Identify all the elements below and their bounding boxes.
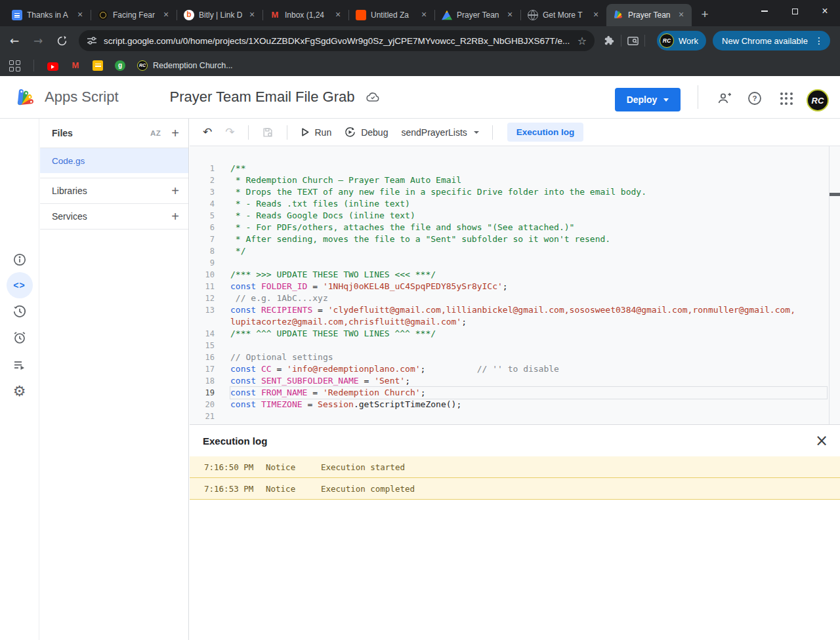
code-line[interactable]: 20const TIMEZONE = Session.getScriptTime… [190, 399, 840, 410]
execution-log-toggle-button[interactable]: Execution log [507, 123, 584, 142]
code-text[interactable] [230, 410, 827, 422]
browser-tab[interactable]: Prayer Tean× [435, 4, 520, 26]
code-text[interactable]: lupitacortez@gmail.com,chrisfluitt@gmail… [230, 316, 827, 328]
code-text[interactable] [230, 340, 827, 351]
browser-tab[interactable]: Bitly | Link D× [177, 4, 262, 26]
code-text[interactable]: /** [230, 163, 827, 174]
code-text[interactable]: // e.g. 1AbC...xyz [230, 292, 827, 304]
triggers-alarm-icon[interactable] [7, 325, 33, 351]
code-line[interactable]: 2 * Redemption Church — Prayer Team Auto… [190, 174, 840, 186]
share-add-user-icon[interactable] [717, 90, 732, 106]
code-line[interactable]: 14/*** ^^^ UPDATE THESE TWO LINES ^^^ **… [190, 328, 840, 340]
code-line[interactable]: 10/*** >>> UPDATE THESE TWO LINES <<< **… [190, 269, 840, 281]
extensions-icon[interactable] [604, 35, 616, 47]
code-line[interactable]: 6 * - For PDFs/others, attaches the file… [190, 222, 840, 233]
overview-info-icon[interactable] [7, 247, 33, 273]
new-tab-button[interactable]: + [696, 6, 714, 24]
code-text[interactable]: * Drops the TEXT of any new file in a sp… [230, 186, 827, 198]
code-text[interactable]: const CC = 'info@redemptionplano.com'; /… [230, 363, 827, 375]
sort-az-icon[interactable]: AZ [150, 129, 161, 137]
save-button[interactable] [257, 124, 279, 141]
code-line[interactable]: 1/** [190, 163, 840, 174]
tab-close-icon[interactable]: × [419, 10, 429, 20]
chrome-update-button[interactable]: New Chrome available ⋮ [713, 31, 830, 50]
add-services-button[interactable]: + [171, 210, 179, 223]
apps-grid-icon[interactable] [9, 60, 20, 71]
code-line[interactable]: 15 [190, 340, 840, 351]
code-line[interactable]: 17const CC = 'info@redemptionplano.com';… [190, 363, 840, 375]
code-text[interactable]: // Optional settings [230, 351, 827, 363]
close-window-button[interactable]: × [810, 0, 840, 22]
forward-button[interactable]: → [29, 31, 47, 50]
editor-code-icon[interactable]: <> [7, 272, 33, 298]
settings-gear-icon[interactable]: ⚙ [7, 378, 33, 404]
code-line[interactable]: 18const SENT_SUBFOLDER_NAME = 'Sent'; [190, 375, 840, 387]
code-line[interactable]: 8 */ [190, 245, 840, 257]
code-text[interactable]: * - Reads .txt files (inline text) [230, 198, 827, 210]
browser-tab-active[interactable]: Prayer Tean× [606, 4, 692, 26]
bookmark-gmail[interactable] [70, 60, 81, 71]
bookmark-youtube[interactable] [47, 62, 58, 70]
bookmark-star-icon[interactable]: ☆ [578, 35, 587, 47]
tab-close-icon[interactable]: × [591, 10, 601, 20]
code-line[interactable]: 21 [190, 410, 840, 422]
code-line[interactable]: 3 * Drops the TEXT of any new file in a … [190, 186, 840, 198]
code-text[interactable] [230, 257, 827, 269]
tab-close-icon[interactable]: × [75, 10, 85, 20]
google-apps-grid-icon[interactable] [778, 90, 794, 106]
code-line[interactable]: 11const FOLDER_ID = '1NHqj0oKEL4B_uC4Spq… [190, 281, 840, 292]
browser-tab[interactable]: Untitled Za× [349, 4, 434, 26]
project-title[interactable]: Prayer Team Email File Grab [170, 89, 355, 106]
code-text[interactable]: const TIMEZONE = Session.getScriptTimeZo… [230, 399, 827, 410]
browser-tab[interactable]: Inbox (1,24× [263, 4, 348, 26]
tab-close-icon[interactable]: × [161, 10, 171, 20]
code-line[interactable]: 19const FROM_NAME = 'Redemption Church'; [190, 387, 840, 399]
files-section-services[interactable]: Services+ [40, 203, 188, 230]
code-area[interactable]: 1/**2 * Redemption Church — Prayer Team … [190, 146, 840, 424]
tab-close-icon[interactable]: × [505, 10, 515, 20]
code-text[interactable]: /*** ^^^ UPDATE THESE TWO LINES ^^^ ***/ [230, 328, 827, 340]
maximize-button[interactable] [780, 0, 810, 22]
profile-button[interactable]: RC Work [657, 31, 706, 50]
close-log-icon[interactable]: × [815, 433, 828, 449]
code-text[interactable]: * - For PDFs/others, attaches the file a… [230, 222, 827, 233]
account-avatar[interactable]: RC [807, 89, 829, 111]
redo-button[interactable]: ↷ [220, 124, 240, 140]
code-text[interactable]: const FROM_NAME = 'Redemption Church'; [230, 387, 827, 399]
bookmark-keep[interactable] [93, 60, 103, 71]
back-button[interactable]: ← [5, 31, 24, 50]
add-file-button[interactable]: + [171, 127, 179, 140]
undo-button[interactable]: ↶ [198, 124, 217, 140]
executions-icon[interactable] [7, 352, 33, 378]
browser-tab[interactable]: Thanks in A× [5, 4, 91, 26]
code-text[interactable]: const RECIPIENTS = 'clydefluitt@gmail.co… [230, 304, 827, 316]
scroll-position-marker[interactable] [830, 193, 840, 196]
code-line[interactable]: 13const RECIPIENTS = 'clydefluitt@gmail.… [190, 304, 840, 316]
project-history-icon[interactable] [7, 298, 33, 325]
code-line[interactable]: 7 * After sending, moves the file to a "… [190, 233, 840, 245]
deploy-button[interactable]: Deploy [615, 88, 681, 111]
code-text[interactable]: const FOLDER_ID = '1NHqj0oKEL4B_uC4SpqPE… [230, 281, 827, 292]
help-icon[interactable]: ? [747, 90, 763, 106]
tab-close-icon[interactable]: × [247, 10, 257, 20]
bookmark-rc[interactable]: Redemption Church... [137, 60, 233, 71]
tab-close-icon[interactable]: × [333, 10, 343, 20]
browser-tab[interactable]: Facing Fear× [91, 4, 177, 26]
code-line[interactable]: 12 // e.g. 1AbC...xyz [190, 292, 840, 304]
tab-close-icon[interactable]: × [676, 10, 686, 20]
browser-tab[interactable]: Get More T× [521, 4, 606, 26]
browser-menu-icon[interactable]: ⋮ [812, 35, 826, 46]
site-settings-icon[interactable] [87, 35, 97, 46]
code-line[interactable]: 9 [190, 257, 840, 269]
code-text[interactable]: */ [230, 245, 827, 257]
reload-button[interactable] [52, 31, 71, 50]
code-text[interactable]: * After sending, moves the file to a "Se… [230, 233, 827, 245]
code-line[interactable]: 4 * - Reads .txt files (inline text) [190, 198, 840, 210]
code-text[interactable]: /*** >>> UPDATE THESE TWO LINES <<< ***/ [230, 269, 827, 281]
side-panel-search-icon[interactable] [627, 35, 639, 47]
code-line[interactable]: 5 * - Reads Google Docs (inline text) [190, 210, 840, 222]
code-line[interactable]: 16// Optional settings [190, 351, 840, 363]
code-text[interactable]: const SENT_SUBFOLDER_NAME = 'Sent'; [230, 375, 827, 387]
minimize-button[interactable] [749, 0, 780, 22]
run-button[interactable]: Run [295, 125, 337, 140]
